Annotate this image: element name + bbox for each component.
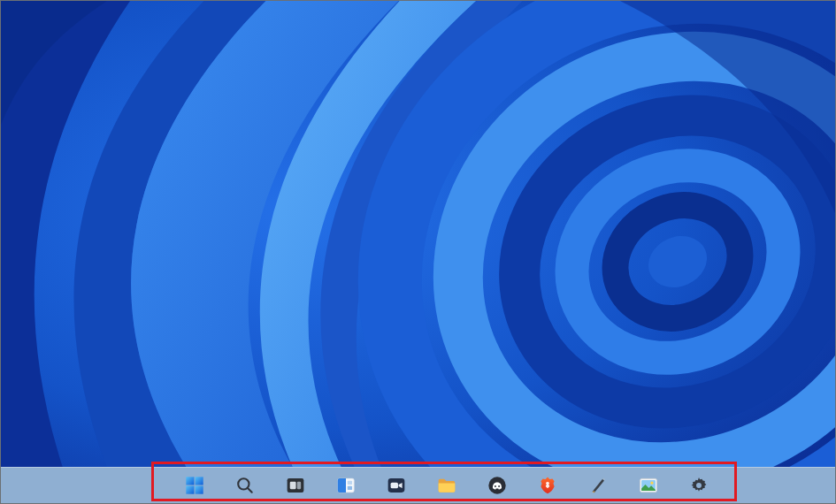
photos-button[interactable]: [631, 470, 666, 501]
file-explorer-button[interactable]: [429, 470, 464, 501]
gear-icon: [689, 476, 709, 495]
task-view-icon: [286, 476, 305, 495]
discord-icon: [487, 476, 507, 495]
pen-icon: [588, 476, 608, 495]
taskbar-icon-group: [177, 470, 717, 501]
wallpaper-bloom-graphic: [1, 1, 835, 468]
search-button[interactable]: [227, 470, 263, 501]
video-camera-icon: [387, 476, 406, 495]
taskbar: [1, 467, 835, 503]
start-button[interactable]: [177, 470, 212, 501]
windows-start-icon: [185, 476, 204, 495]
widgets-button[interactable]: [328, 470, 364, 501]
photos-icon: [639, 476, 658, 495]
windows-desktop-screenshot: [0, 0, 836, 504]
brave-lion-icon: [538, 476, 557, 495]
desktop[interactable]: [1, 1, 835, 468]
camera-button[interactable]: [379, 470, 414, 501]
brave-button[interactable]: [530, 470, 565, 501]
discord-button[interactable]: [479, 470, 515, 501]
task-view-button[interactable]: [278, 470, 313, 501]
widgets-icon: [336, 476, 356, 495]
settings-button[interactable]: [681, 470, 717, 501]
search-icon: [235, 476, 255, 495]
folder-icon: [437, 476, 456, 495]
pen-button[interactable]: [580, 470, 616, 501]
